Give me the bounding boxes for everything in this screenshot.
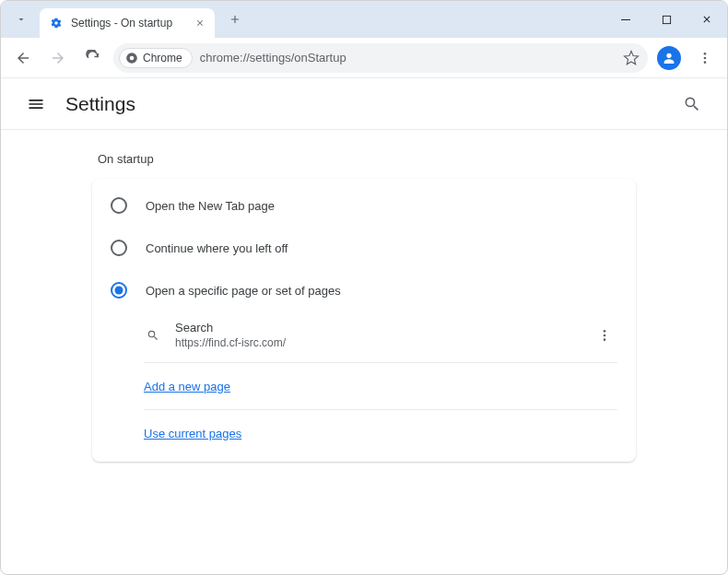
arrow-right-icon [50,50,66,66]
radio-icon [111,240,127,256]
star-icon [623,50,640,66]
startup-page-row: Search https://find.cf-isrc.com/ [144,311,617,363]
add-page-row: Add a new page [144,363,617,410]
omnibox[interactable]: Chrome chrome://settings/onStartup [113,43,648,73]
browser-menu-button[interactable] [690,43,720,73]
bookmark-button[interactable] [618,45,644,71]
profile-avatar[interactable] [657,46,681,70]
svg-point-8 [604,334,606,336]
svg-point-4 [704,53,707,55]
radio-icon [111,197,127,214]
page-name: Search [175,321,592,334]
close-window-button[interactable] [687,1,727,38]
specific-pages-block: Search https://find.cf-isrc.com/ Add a n… [144,311,617,456]
arrow-left-icon [15,50,31,66]
svg-point-7 [604,330,606,333]
search-settings-button[interactable] [675,88,709,121]
plus-icon [229,13,241,26]
chrome-icon [125,52,138,65]
more-vert-icon [597,328,612,343]
radio-label: Continue where you left off [146,241,288,255]
page-info: Search https://find.cf-isrc.com/ [175,321,592,349]
add-new-page-link[interactable]: Add a new page [144,380,230,393]
settings-menu-button[interactable] [19,88,53,121]
close-icon [701,14,712,25]
svg-point-9 [604,338,606,341]
reload-button[interactable] [78,43,108,73]
svg-point-6 [704,61,707,64]
tab-title: Settings - On startup [71,17,193,29]
svg-rect-1 [663,16,670,23]
section-title: On startup [98,152,636,166]
tab-close-button[interactable] [193,16,207,30]
omnibox-url: chrome://settings/onStartup [200,51,611,65]
person-icon [662,51,676,65]
on-startup-panel: On startup Open the New Tab page Continu… [92,152,636,462]
radio-option-specific-pages[interactable]: Open a specific page or set of pages [92,269,636,311]
gear-icon [49,16,64,30]
maximize-icon [662,15,672,25]
browser-tab[interactable]: Settings - On startup [40,8,215,38]
chevron-down-icon [16,14,27,25]
page-title: Settings [65,93,135,115]
hamburger-icon [27,95,45,113]
radio-option-new-tab[interactable]: Open the New Tab page [92,184,636,227]
reload-icon [85,50,101,66]
search-icon [683,95,701,113]
page-url: https://find.cf-isrc.com/ [175,336,592,349]
minimize-icon [620,14,631,25]
back-button[interactable] [8,43,38,73]
window-controls [605,1,727,38]
startup-card: Open the New Tab page Continue where you… [92,179,636,462]
chip-label: Chrome [143,52,182,65]
radio-label: Open a specific page or set of pages [146,284,341,298]
page-more-button[interactable] [592,323,617,348]
site-chip[interactable]: Chrome [119,48,193,68]
browser-toolbar: Chrome chrome://settings/onStartup [1,38,727,78]
use-current-row: Use current pages [144,410,617,456]
settings-main: On startup Open the New Tab page Continu… [1,130,727,499]
radio-option-continue[interactable]: Continue where you left off [92,227,636,269]
close-icon [195,18,205,28]
use-current-pages-link[interactable]: Use current pages [144,427,241,440]
tab-search-dropdown[interactable] [8,6,34,32]
new-tab-button[interactable] [222,6,248,32]
maximize-button[interactable] [646,1,687,38]
radio-label: Open the New Tab page [146,199,275,213]
forward-button[interactable] [43,43,73,73]
titlebar: Settings - On startup [1,1,727,38]
radio-icon [111,282,127,299]
settings-header: Settings [1,78,727,130]
svg-rect-0 [621,19,630,20]
svg-point-3 [130,55,135,60]
minimize-button[interactable] [605,1,646,38]
magnifier-icon [144,329,162,342]
svg-point-5 [704,56,707,59]
more-vert-icon [698,51,712,65]
